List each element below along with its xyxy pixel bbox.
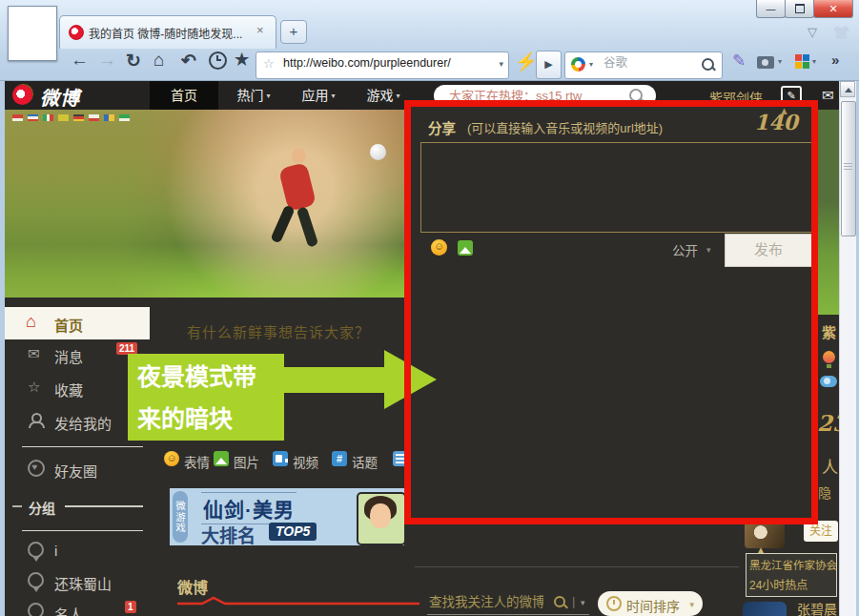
mail-icon-button[interactable]: ✉: [822, 87, 834, 104]
nav-item-home[interactable]: 首页: [150, 81, 218, 110]
annotation-box: 夜景模式带 来的暗块: [128, 354, 284, 441]
sidebar-item-home[interactable]: ⌂ 首页: [5, 307, 150, 339]
annotation-arrow: [283, 367, 384, 393]
group-header-line: [65, 505, 143, 507]
go-play-button[interactable]: ▶: [536, 51, 562, 79]
quick-launch-bolt-icon[interactable]: ⚡: [515, 51, 538, 72]
game-banner-ad[interactable]: 微游戏 仙剑·美男 大排名 TOP5: [170, 488, 404, 545]
sort-dropdown-icon: ▾: [689, 600, 694, 609]
scrollbar-thumb[interactable]: [841, 101, 856, 236]
pin-icon: [28, 572, 44, 588]
engine-search-box[interactable]: ▾: [564, 51, 723, 79]
google-icon[interactable]: [571, 57, 585, 72]
chevron-down-icon: ▾: [331, 92, 335, 100]
find-search-icon[interactable]: [554, 596, 565, 607]
right-rail-fragment: 紫: [822, 321, 836, 341]
feed-divider: [415, 566, 739, 567]
avatar[interactable]: [743, 602, 787, 616]
nav-item-apps[interactable]: 应用▾: [291, 81, 346, 110]
game-character-image: [357, 492, 404, 545]
top5-badge: TOP5: [269, 523, 317, 541]
smiley-icon: ☺: [164, 451, 179, 466]
nav-item-games[interactable]: 游戏▾: [356, 81, 411, 110]
persona-shirt-icon[interactable]: [833, 26, 849, 39]
sidebar-divider: [22, 446, 143, 447]
undo-button[interactable]: ↶: [181, 50, 196, 72]
bookmarks-star-button[interactable]: ★: [235, 50, 249, 70]
banner-edge-strip: [818, 110, 839, 315]
video-icon: [273, 451, 288, 466]
micro-game-tag: 微游戏: [173, 491, 188, 543]
find-followed-input[interactable]: [427, 594, 545, 610]
browser-window: 我的首页 微博-随时随地发现... × + — ✕ ▽ ← → ↻ ⌂ ↶ ★ …: [0, 0, 859, 616]
home-icon: ⌂: [26, 312, 36, 332]
person-icon: [29, 413, 42, 426]
home-button[interactable]: ⌂: [153, 50, 164, 71]
edit-pencil-button[interactable]: ✎: [732, 51, 746, 71]
forward-button[interactable]: →: [98, 50, 116, 71]
toolbar-overflow-button[interactable]: »: [831, 51, 839, 68]
url-input[interactable]: [281, 55, 478, 71]
celebrity-badge: 1: [125, 601, 136, 613]
cloud-icon: [820, 376, 837, 387]
clock-icon: [209, 51, 227, 70]
red-highlight-frame: [404, 100, 818, 524]
close-button[interactable]: ✕: [813, 0, 853, 18]
feed-prompt[interactable]: 有什么新鲜事想告诉大家？: [187, 321, 370, 341]
history-clock-button[interactable]: [209, 51, 227, 74]
right-rail-fragment: 隐: [818, 483, 831, 502]
weibo-logo-icon[interactable]: [12, 85, 32, 105]
flag-icon: [104, 114, 114, 121]
topic-icon: #: [332, 451, 347, 466]
engine-search-input[interactable]: [602, 55, 689, 71]
find-dropdown-icon[interactable]: ▾: [581, 598, 585, 607]
user-name-link[interactable]: 张碧晨: [797, 599, 837, 616]
sidebar-group-huanzhu[interactable]: 还珠蜀山: [5, 570, 150, 599]
sidebar-item-friend-circle[interactable]: ♥ 好友圈: [5, 458, 150, 486]
minimize-button[interactable]: —: [756, 0, 786, 18]
browser-tab[interactable]: 我的首页 微博-随时随地发现... ×: [59, 15, 276, 49]
weibo-brand[interactable]: 微博: [40, 83, 80, 111]
flag-icon: [58, 114, 69, 121]
chevron-down-icon: ▾: [396, 92, 399, 100]
envelope-icon: ✉: [28, 345, 40, 362]
refresh-button[interactable]: ↻: [126, 50, 141, 72]
engine-search-icon[interactable]: [702, 58, 714, 71]
tab-close-icon[interactable]: ×: [256, 23, 264, 37]
tool-emoticon-button[interactable]: ☺ 表情: [164, 451, 212, 468]
sidebar-divider: [22, 530, 143, 531]
sidebar-group-i[interactable]: i: [5, 540, 150, 568]
engine-dropdown-icon[interactable]: ▾: [589, 60, 593, 69]
bookmark-star-icon[interactable]: ☆: [263, 56, 275, 71]
camera-dropdown-icon[interactable]: ▾: [778, 57, 782, 66]
tool-image-button[interactable]: 图片: [214, 451, 261, 468]
player-silhouette: [292, 148, 306, 163]
url-bar[interactable]: ☆ ▾: [256, 51, 509, 79]
right-rail-fragment: 人: [822, 454, 838, 478]
find-followed-search[interactable]: | ▾: [427, 591, 589, 615]
player-silhouette: [278, 162, 317, 212]
tool-topic-button[interactable]: # 话题: [332, 451, 379, 468]
pin-icon: [28, 542, 44, 558]
hot-topic-tooltip: 黑龙江省作家协会 24小时热点: [746, 553, 837, 597]
nav-item-hot[interactable]: 热门▾: [226, 81, 281, 110]
screenshot-camera-button[interactable]: [757, 56, 774, 69]
find-separator: |: [572, 594, 575, 608]
scroll-up-button[interactable]: [840, 81, 855, 97]
app-thumbnail[interactable]: [8, 6, 57, 61]
flag-icon: [89, 114, 99, 121]
notification-dropdown-icon[interactable]: ▽: [808, 25, 817, 39]
flag-icon: [73, 114, 84, 121]
thumbnail-art: [12, 10, 52, 56]
clock-icon: [606, 596, 622, 611]
url-dropdown-icon[interactable]: ▾: [499, 59, 503, 69]
tool-video-button[interactable]: 视频: [273, 451, 320, 468]
new-tab-button[interactable]: +: [280, 20, 307, 44]
apps-dropdown-icon[interactable]: ▾: [812, 57, 816, 66]
apps-grid-button[interactable]: [795, 54, 809, 69]
scrollbar-track[interactable]: [839, 81, 856, 616]
back-button[interactable]: ←: [71, 50, 89, 71]
maximize-button[interactable]: [785, 0, 814, 18]
sort-by-time-button[interactable]: 时间排序 ▾: [598, 591, 703, 616]
game-banner-title: 仙剑·美男: [201, 492, 297, 524]
